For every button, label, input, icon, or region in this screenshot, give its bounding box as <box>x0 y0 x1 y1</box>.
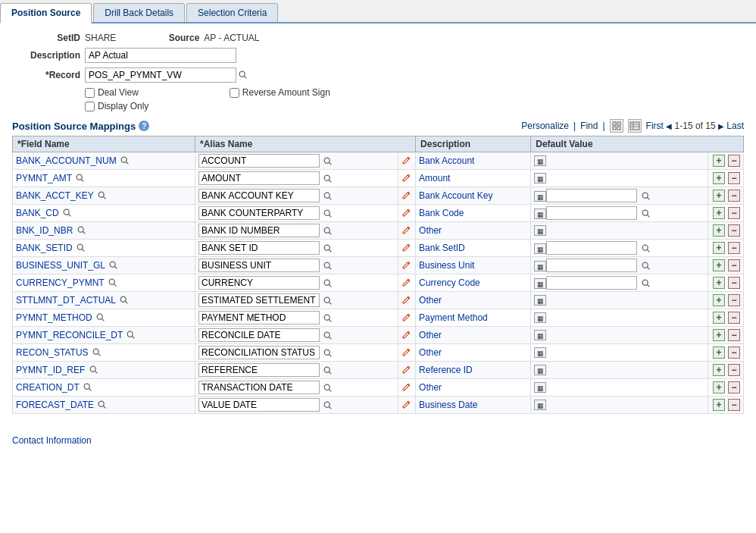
prompt-icon[interactable]: ▦ <box>534 225 546 236</box>
alias-input[interactable] <box>198 381 320 394</box>
description-link[interactable]: Other <box>419 225 442 236</box>
alias-input[interactable] <box>198 311 320 325</box>
field-name-link[interactable]: PYMNT_AMT <box>16 173 72 183</box>
description-link[interactable]: Other <box>419 330 442 340</box>
next-nav[interactable]: ▶ <box>718 122 724 130</box>
alias-lookup-icon[interactable] <box>323 208 333 219</box>
description-link[interactable]: Reference ID <box>419 365 473 375</box>
view-toggle-icon[interactable] <box>610 119 623 133</box>
edit-icon[interactable] <box>401 155 412 168</box>
tab-position-source[interactable]: Position Source <box>0 3 92 24</box>
default-lookup-icon[interactable] <box>641 243 651 254</box>
prompt-icon[interactable]: ▦ <box>534 295 546 306</box>
remove-row-button[interactable]: − <box>728 381 740 393</box>
field-lookup-icon[interactable] <box>120 155 130 166</box>
prompt-icon[interactable]: ▦ <box>534 365 546 375</box>
field-lookup-icon[interactable] <box>95 312 106 323</box>
edit-icon[interactable] <box>401 312 412 325</box>
description-input[interactable] <box>85 48 236 63</box>
description-link[interactable]: Bank Account <box>419 155 474 166</box>
edit-icon[interactable] <box>401 329 412 342</box>
field-lookup-icon[interactable] <box>89 365 99 375</box>
help-icon[interactable]: ? <box>139 121 149 131</box>
deal-view-checkbox-label[interactable]: Deal View <box>85 87 139 98</box>
alias-input[interactable] <box>198 293 320 307</box>
add-row-button[interactable]: + <box>713 259 725 271</box>
field-name-link[interactable]: BANK_CD <box>16 208 59 218</box>
field-lookup-icon[interactable] <box>108 260 119 271</box>
field-name-link[interactable]: CURRENCY_PYMNT <box>16 277 104 288</box>
edit-icon[interactable] <box>401 242 412 255</box>
alias-lookup-icon[interactable] <box>323 331 333 341</box>
prompt-icon[interactable]: ▦ <box>534 312 546 323</box>
add-row-button[interactable]: + <box>713 224 725 237</box>
description-link[interactable]: Bank Code <box>419 208 464 218</box>
field-lookup-icon[interactable] <box>119 295 130 306</box>
edit-icon[interactable] <box>401 224 412 237</box>
field-name-link[interactable]: BANK_ACCT_KEY <box>16 190 94 201</box>
add-row-button[interactable]: + <box>713 190 725 202</box>
alias-lookup-icon[interactable] <box>323 191 333 202</box>
field-lookup-icon[interactable] <box>77 225 87 236</box>
remove-row-button[interactable]: − <box>728 364 740 376</box>
add-row-button[interactable]: + <box>713 329 725 341</box>
find-link[interactable]: Find <box>580 121 598 131</box>
add-row-button[interactable]: + <box>713 294 725 306</box>
contact-link[interactable]: Contact Information <box>12 435 92 446</box>
reverse-amount-checkbox[interactable] <box>230 88 239 98</box>
field-lookup-icon[interactable] <box>75 173 86 183</box>
remove-row-button[interactable]: − <box>728 190 740 202</box>
prompt-icon[interactable]: ▦ <box>534 155 546 166</box>
remove-row-button[interactable]: − <box>728 329 740 341</box>
description-link[interactable]: Business Unit <box>419 260 474 271</box>
alias-lookup-icon[interactable] <box>323 400 333 411</box>
field-name-link[interactable]: CREATION_DT <box>16 382 80 393</box>
description-link[interactable]: Other <box>419 382 442 393</box>
alias-lookup-icon[interactable] <box>323 261 333 271</box>
alias-input[interactable] <box>198 328 320 342</box>
remove-row-button[interactable]: − <box>728 242 740 254</box>
edit-icon[interactable] <box>401 364 412 377</box>
alias-lookup-icon[interactable] <box>323 278 333 289</box>
first-nav[interactable]: First <box>646 121 664 131</box>
field-name-link[interactable]: PYMNT_RECONCILE_DT <box>16 330 123 340</box>
field-name-link[interactable]: STTLMNT_DT_ACTUAL <box>16 295 116 306</box>
alias-input[interactable] <box>198 276 320 290</box>
field-lookup-icon[interactable] <box>126 330 136 340</box>
add-row-button[interactable]: + <box>713 381 725 393</box>
remove-row-button[interactable]: − <box>728 294 740 306</box>
add-row-button[interactable]: + <box>713 172 725 184</box>
alias-input[interactable] <box>198 189 320 202</box>
alias-lookup-icon[interactable] <box>323 348 333 359</box>
default-value-input[interactable] <box>546 206 637 220</box>
description-link[interactable]: Other <box>419 295 442 306</box>
display-only-checkbox[interactable] <box>85 102 95 111</box>
spreadsheet-icon[interactable] <box>628 119 642 133</box>
add-row-button[interactable]: + <box>713 242 725 254</box>
alias-input[interactable] <box>198 398 320 412</box>
field-name-link[interactable]: RECON_STATUS <box>16 347 89 358</box>
default-value-input[interactable] <box>546 259 637 272</box>
remove-row-button[interactable]: − <box>728 155 740 167</box>
field-lookup-icon[interactable] <box>62 208 73 218</box>
default-lookup-icon[interactable] <box>641 191 651 202</box>
prompt-icon[interactable]: ▦ <box>534 173 546 183</box>
tab-selection-criteria[interactable]: Selection Criteria <box>186 3 278 22</box>
alias-input[interactable] <box>198 224 320 237</box>
field-lookup-icon[interactable] <box>76 243 86 253</box>
edit-icon[interactable] <box>401 190 412 202</box>
alias-lookup-icon[interactable] <box>323 313 333 324</box>
field-lookup-icon[interactable] <box>92 347 102 358</box>
tab-drill-back[interactable]: Drill Back Details <box>93 3 185 22</box>
description-link[interactable]: Amount <box>419 173 450 183</box>
edit-icon[interactable] <box>401 207 412 220</box>
alias-input[interactable] <box>198 171 320 185</box>
field-name-link[interactable]: FORECAST_DATE <box>16 400 94 410</box>
remove-row-button[interactable]: − <box>728 172 740 184</box>
edit-icon[interactable] <box>401 294 412 307</box>
prompt-icon[interactable]: ▦ <box>534 261 546 271</box>
field-lookup-icon[interactable] <box>97 190 108 201</box>
add-row-button[interactable]: + <box>713 277 725 289</box>
remove-row-button[interactable]: − <box>728 259 740 271</box>
last-nav[interactable]: Last <box>726 121 744 131</box>
